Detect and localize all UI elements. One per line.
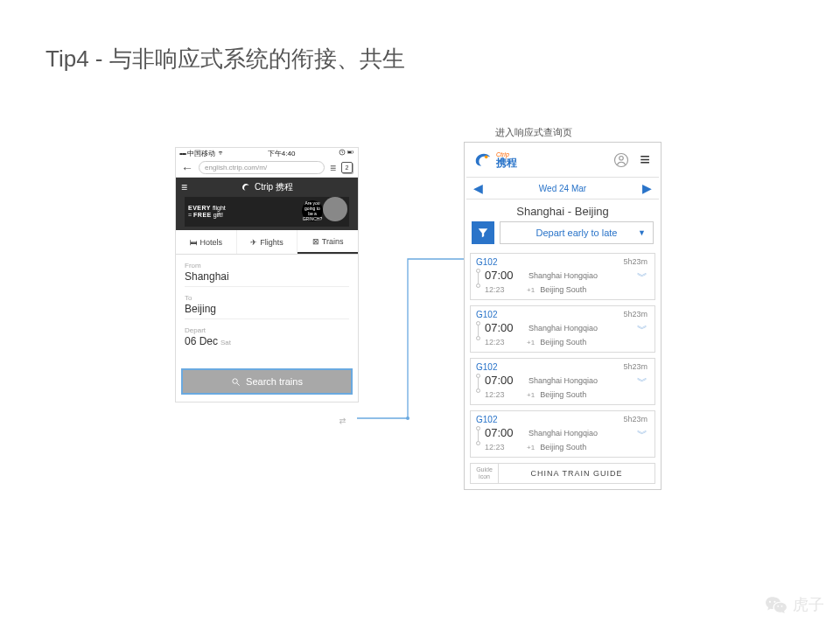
- train-icon: ⊠: [312, 237, 319, 246]
- url-field[interactable]: english.ctrip.com/m/: [199, 161, 325, 174]
- plus-day: +1: [527, 391, 535, 399]
- slide-title: Tip4 - 与非响应式系统的衔接、共生: [46, 44, 405, 74]
- wechat-icon: [765, 593, 788, 616]
- train-result-card[interactable]: G1025h23m07:00Shanghai Hongqiao12:23+1Be…: [470, 253, 655, 300]
- tab-hotels[interactable]: 🛏Hotels: [176, 230, 237, 254]
- duration: 5h23m: [623, 362, 648, 371]
- to-station: Beijing South: [540, 338, 586, 346]
- next-day-icon[interactable]: ▶: [642, 181, 652, 195]
- chevron-down-icon: ︾: [637, 322, 648, 337]
- right-phone-caption: 进入响应式查询页: [495, 126, 572, 139]
- watermark: 虎子: [765, 593, 824, 616]
- filter-button[interactable]: [472, 221, 494, 244]
- svg-point-8: [620, 156, 624, 160]
- duration: 5h23m: [623, 310, 648, 318]
- status-bar: ••••• 中国移动 下午4:40: [176, 148, 358, 158]
- sort-row: Depart early to late ▼: [466, 221, 659, 249]
- search-trains-button[interactable]: Search trains: [181, 368, 353, 395]
- svg-rect-3: [348, 151, 352, 153]
- funnel-icon: [477, 227, 489, 239]
- to-station: Beijing South: [540, 390, 586, 399]
- carrier-label: 中国移动: [187, 149, 215, 158]
- promo-banner[interactable]: EVERY flight = FREE gift! Are you going …: [185, 197, 349, 227]
- plane-icon: ✈: [250, 238, 257, 247]
- duration: 5h23m: [623, 257, 648, 266]
- to-station: Beijing South: [540, 285, 586, 294]
- plus-day: +1: [527, 339, 535, 346]
- user-icon[interactable]: [613, 152, 629, 168]
- route-title: Shanghai - Beijing: [466, 200, 659, 221]
- depart-field[interactable]: Depart 06 DecSat: [185, 325, 349, 351]
- date-label[interactable]: Wed 24 Mar: [539, 184, 586, 193]
- search-form: From Shanghai To Beijing Depart 06 DecSa…: [176, 255, 358, 363]
- battery-icon: [347, 149, 354, 158]
- rotation-lock-icon: [339, 149, 346, 158]
- dolphin-icon: [473, 150, 493, 170]
- arrive-time: 12:23: [485, 390, 523, 399]
- chevron-down-icon: ︾: [637, 427, 648, 442]
- chevron-down-icon: ▼: [638, 228, 646, 237]
- phone-mockup-left: ••••• 中国移动 下午4:40 ← english.ctrip.com/m/…: [175, 147, 359, 402]
- depart-time: 07:00: [485, 426, 523, 439]
- train-guide-banner[interactable]: Guide icon CHINA TRAIN GUIDE: [470, 463, 655, 484]
- flow-connector: [357, 256, 464, 424]
- ctrip-logo: Ctrip携程: [473, 150, 517, 170]
- sort-dropdown[interactable]: Depart early to late ▼: [500, 221, 654, 244]
- bed-icon: 🛏: [190, 238, 198, 247]
- plus-day: +1: [527, 286, 535, 294]
- phone-mockup-right: Ctrip携程 ≡ ◀ Wed 24 Mar ▶ Shanghai - Beij…: [464, 142, 662, 490]
- chevron-down-icon: ︾: [637, 270, 648, 284]
- date-nav: ◀ Wed 24 Mar ▶: [466, 178, 659, 200]
- status-time: 下午4:40: [268, 149, 296, 158]
- train-result-card[interactable]: G1025h23m07:00Shanghai Hongqiao12:23+1Be…: [470, 305, 655, 353]
- tab-flights[interactable]: ✈Flights: [237, 230, 298, 254]
- from-station: Shanghai Hongqiao: [528, 324, 598, 332]
- signal-icon: •••••: [179, 150, 186, 157]
- chevron-down-icon: ︾: [637, 374, 648, 389]
- search-icon: [231, 377, 241, 387]
- plus-day: +1: [527, 444, 535, 452]
- from-station: Shanghai Hongqiao: [528, 376, 598, 385]
- to-station: Beijing South: [540, 443, 586, 452]
- train-result-card[interactable]: G1025h23m07:00Shanghai Hongqiao12:23+1Be…: [470, 410, 655, 458]
- hamburger-menu-icon[interactable]: ≡: [640, 150, 650, 170]
- browser-url-bar: ← english.ctrip.com/m/ ≡ 2: [176, 158, 358, 178]
- tab-trains[interactable]: ⊠Trains: [298, 230, 358, 254]
- guide-icon: Guide icon: [471, 464, 499, 483]
- svg-line-5: [237, 382, 240, 385]
- prev-day-icon[interactable]: ◀: [473, 181, 483, 195]
- swap-icon[interactable]: ⇅: [338, 417, 347, 424]
- svg-point-6: [485, 155, 488, 158]
- depart-time: 07:00: [485, 269, 523, 282]
- banner-avatar: [323, 197, 347, 221]
- from-station: Shanghai Hongqiao: [528, 429, 598, 438]
- depart-time: 07:00: [485, 321, 523, 334]
- app-header: ≡ Ctrip 携程 EVERY flight = FREE gift! Are…: [176, 178, 358, 230]
- tabs-count-icon[interactable]: 2: [341, 162, 353, 173]
- product-tabs: 🛏Hotels ✈Flights ⊠Trains: [176, 230, 358, 255]
- arrive-time: 12:23: [485, 443, 523, 452]
- train-result-card[interactable]: G1025h23m07:00Shanghai Hongqiao12:23+1Be…: [470, 358, 655, 405]
- to-field[interactable]: To Beijing: [185, 292, 349, 319]
- browser-menu-icon[interactable]: ≡: [330, 162, 336, 174]
- banner-bubble: Are you going to be a GRINCH?: [302, 200, 323, 221]
- back-icon[interactable]: ←: [181, 161, 193, 175]
- svg-rect-2: [353, 151, 354, 152]
- wifi-icon: [217, 149, 224, 158]
- arrive-time: 12:23: [485, 338, 523, 346]
- app-header: Ctrip携程 ≡: [466, 144, 659, 178]
- ctrip-logo: Ctrip 携程: [176, 181, 358, 193]
- svg-point-4: [233, 378, 238, 383]
- from-station: Shanghai Hongqiao: [528, 271, 598, 280]
- depart-time: 07:00: [485, 374, 523, 387]
- from-field[interactable]: From Shanghai: [185, 260, 349, 287]
- arrive-time: 12:23: [485, 285, 523, 294]
- svg-point-9: [406, 416, 410, 420]
- duration: 5h23m: [623, 415, 648, 424]
